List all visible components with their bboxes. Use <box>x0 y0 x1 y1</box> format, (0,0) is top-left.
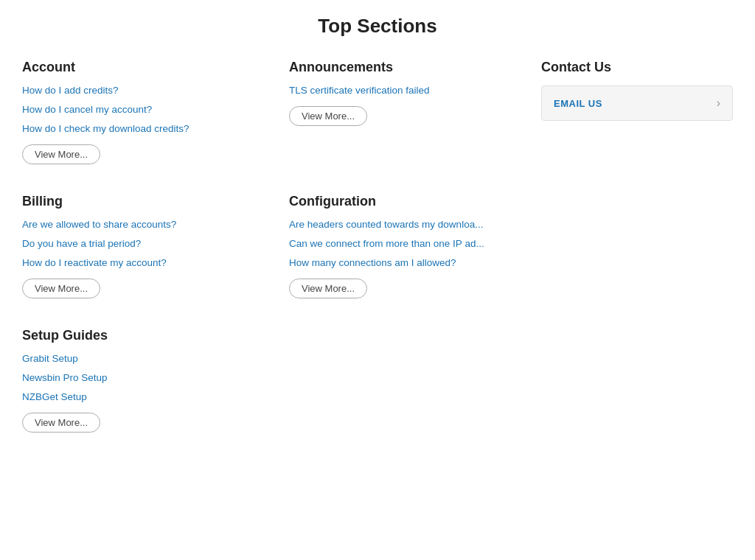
list-item: Grabit Setup <box>22 352 260 364</box>
link-billing-0[interactable]: Are we allowed to share accounts? <box>22 219 176 230</box>
list-item: How do I check my download credits? <box>22 122 260 134</box>
sections-area: AccountHow do I add credits?How do I can… <box>22 60 526 462</box>
list-item: How many connections am I allowed? <box>289 256 526 268</box>
link-account-2[interactable]: How do I check my download credits? <box>22 123 189 134</box>
email-us-label: EMAIL US <box>554 98 602 109</box>
link-configuration-0[interactable]: Are headers counted towards my downloa..… <box>289 219 483 230</box>
link-account-0[interactable]: How do I add credits? <box>22 85 119 96</box>
section-links-announcements: TLS certificate verification failed <box>289 84 526 96</box>
contact-title: Contact Us <box>541 60 733 75</box>
link-account-1[interactable]: How do I cancel my account? <box>22 104 152 115</box>
link-configuration-2[interactable]: How many connections am I allowed? <box>289 257 456 268</box>
section-title-account: Account <box>22 60 260 75</box>
list-item: How do I add credits? <box>22 84 260 96</box>
view-more-button-account[interactable]: View More... <box>22 144 100 164</box>
list-item: How do I cancel my account? <box>22 103 260 115</box>
contact-sidebar: Contact Us EMAIL US › <box>541 60 733 462</box>
list-item: Are we allowed to share accounts? <box>22 218 260 230</box>
list-item: TLS certificate verification failed <box>289 84 526 96</box>
link-setup-guides-0[interactable]: Grabit Setup <box>22 353 78 364</box>
email-us-button[interactable]: EMAIL US › <box>541 85 733 121</box>
section-title-setup-guides: Setup Guides <box>22 328 260 343</box>
page-title: Top Sections <box>22 15 733 38</box>
section-block-announcements: AnnouncementsTLS certificate verificatio… <box>289 60 526 164</box>
list-item: Are headers counted towards my downloa..… <box>289 218 526 230</box>
link-announcements-0[interactable]: TLS certificate verification failed <box>289 85 430 96</box>
section-title-announcements: Announcements <box>289 60 526 75</box>
section-title-configuration: Configuration <box>289 194 526 209</box>
content-layout: AccountHow do I add credits?How do I can… <box>22 60 733 462</box>
link-billing-2[interactable]: How do I reactivate my account? <box>22 257 167 268</box>
list-item: NZBGet Setup <box>22 391 260 402</box>
section-links-configuration: Are headers counted towards my downloa..… <box>289 218 526 268</box>
section-block-setup-guides: Setup GuidesGrabit SetupNewsbin Pro Setu… <box>22 328 260 433</box>
section-block-configuration: ConfigurationAre headers counted towards… <box>289 194 526 298</box>
section-links-setup-guides: Grabit SetupNewsbin Pro SetupNZBGet Setu… <box>22 352 260 402</box>
list-item: Do you have a trial period? <box>22 237 260 249</box>
view-more-button-billing[interactable]: View More... <box>22 279 100 298</box>
link-billing-1[interactable]: Do you have a trial period? <box>22 238 141 249</box>
view-more-button-announcements[interactable]: View More... <box>289 106 367 126</box>
section-block-account: AccountHow do I add credits?How do I can… <box>22 60 260 164</box>
list-item: How do I reactivate my account? <box>22 256 260 268</box>
page-container: Top Sections AccountHow do I add credits… <box>0 0 755 477</box>
sections-grid: AccountHow do I add credits?How do I can… <box>22 60 526 462</box>
view-more-button-configuration[interactable]: View More... <box>289 279 367 298</box>
chevron-right-icon: › <box>717 97 720 110</box>
section-block-billing: BillingAre we allowed to share accounts?… <box>22 194 260 298</box>
section-links-account: How do I add credits?How do I cancel my … <box>22 84 260 134</box>
list-item: Can we connect from more than one IP ad.… <box>289 237 526 249</box>
link-setup-guides-1[interactable]: Newsbin Pro Setup <box>22 372 108 383</box>
link-configuration-1[interactable]: Can we connect from more than one IP ad.… <box>289 238 484 249</box>
section-links-billing: Are we allowed to share accounts?Do you … <box>22 218 260 268</box>
link-setup-guides-2[interactable]: NZBGet Setup <box>22 391 87 402</box>
list-item: Newsbin Pro Setup <box>22 371 260 383</box>
section-title-billing: Billing <box>22 194 260 209</box>
view-more-button-setup-guides[interactable]: View More... <box>22 413 100 433</box>
